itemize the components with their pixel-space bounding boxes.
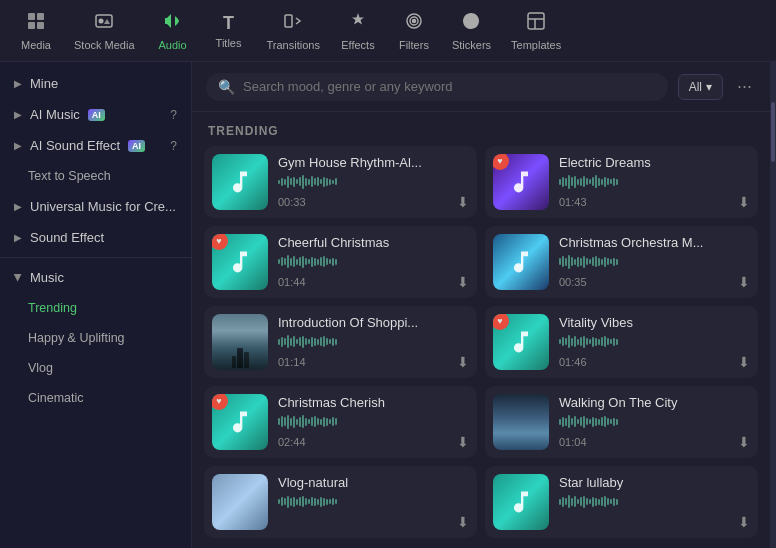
track-info-shopping: Introduction Of Shoppi... 01:14 ⬇ (278, 315, 469, 370)
templates-icon (526, 11, 546, 36)
download-cherish-icon[interactable]: ⬇ (457, 434, 469, 450)
filters-icon (404, 11, 424, 36)
track-meta-gym-house: 00:33 ⬇ (278, 194, 469, 210)
track-thumb-cheerful: ♥ (212, 234, 268, 290)
track-info-electric: Electric Dreams 01:43 ⬇ (559, 155, 750, 210)
track-title-shopping: Introduction Of Shoppi... (278, 315, 469, 330)
nav-titles-label: Titles (216, 37, 242, 49)
waveform-orchestra (559, 254, 750, 270)
track-meta-electric: 01:43 ⬇ (559, 194, 750, 210)
sidebar: ▶ Mine ▶ AI Music AI ? ▶ AI Sound Effect… (0, 62, 192, 548)
svg-rect-1 (37, 13, 44, 20)
sidebar-music-label: Music (30, 270, 64, 285)
more-options-button[interactable]: ··· (733, 72, 756, 101)
track-vlog-natural[interactable]: Vlog-natural ⬇ (204, 466, 477, 538)
download-electric-icon[interactable]: ⬇ (738, 194, 750, 210)
track-duration-cheerful: 01:44 (278, 276, 306, 288)
track-meta-star: ⬇ (559, 514, 750, 530)
sidebar-item-cinematic[interactable]: Cinematic (0, 383, 191, 413)
download-walking-icon[interactable]: ⬇ (738, 434, 750, 450)
track-gym-house[interactable]: Gym House Rhythm-Al... 00:33 ⬇ (204, 146, 477, 218)
track-thumb-vitality: ♥ (493, 314, 549, 370)
sidebar-item-trending[interactable]: Trending (0, 293, 191, 323)
nav-templates-label: Templates (511, 39, 561, 51)
sidebar-item-text-to-speech[interactable]: Text to Speech (0, 161, 191, 191)
track-duration-walking: 01:04 (559, 436, 587, 448)
track-info-star: Star lullaby ⬇ (559, 475, 750, 530)
music-note-thumb-icon (226, 408, 254, 436)
track-christmas-orchestra[interactable]: Christmas Orchestra M... 00:35 ⬇ (485, 226, 758, 298)
track-title-orchestra: Christmas Orchestra M... (559, 235, 750, 250)
search-bar: 🔍 All ▾ ··· (192, 62, 770, 112)
download-vitality-icon[interactable]: ⬇ (738, 354, 750, 370)
track-title-walking: Walking On The City (559, 395, 750, 410)
track-electric-dreams[interactable]: ♥ Electric Dreams 01:43 ⬇ (485, 146, 758, 218)
text-to-speech-label: Text to Speech (28, 169, 111, 183)
download-shopping-icon[interactable]: ⬇ (457, 354, 469, 370)
media-icon (26, 11, 46, 36)
sidebar-item-mine[interactable]: ▶ Mine (0, 68, 191, 99)
nav-audio[interactable]: Audio (145, 5, 201, 57)
track-star-lullaby[interactable]: Star lullaby ⬇ (485, 466, 758, 538)
track-christmas-cherish[interactable]: ♥ Christmas Cherish 02:44 ⬇ (204, 386, 477, 458)
search-input-wrap[interactable]: 🔍 (206, 73, 668, 101)
track-meta-cherish: 02:44 ⬇ (278, 434, 469, 450)
track-walking-city[interactable]: Walking On The City 01:04 ⬇ (485, 386, 758, 458)
track-thumb-vlog (212, 474, 268, 530)
sidebar-item-universal-music[interactable]: ▶ Universal Music for Cre... (0, 191, 191, 222)
download-orchestra-icon[interactable]: ⬇ (738, 274, 750, 290)
track-cheerful-christmas[interactable]: ♥ Cheerful Christmas 01:44 ⬇ (204, 226, 477, 298)
nav-templates[interactable]: Templates (501, 5, 571, 57)
track-thumb-gym-house (212, 154, 268, 210)
music-grid: Gym House Rhythm-Al... 00:33 ⬇ ♥ (192, 146, 770, 548)
nav-titles[interactable]: T Titles (201, 7, 257, 55)
sidebar-item-sound-effect[interactable]: ▶ Sound Effect (0, 222, 191, 253)
scroll-indicator[interactable] (770, 62, 776, 548)
track-info-walking: Walking On The City 01:04 ⬇ (559, 395, 750, 450)
stickers-icon (461, 11, 481, 36)
sidebar-item-music[interactable]: ▶ Music (0, 262, 191, 293)
track-meta-vlog: ⬇ (278, 514, 469, 530)
search-input[interactable] (243, 79, 656, 94)
sidebar-item-vlog[interactable]: Vlog (0, 353, 191, 383)
track-info-vlog: Vlog-natural ⬇ (278, 475, 469, 530)
download-cheerful-icon[interactable]: ⬇ (457, 274, 469, 290)
track-title-vlog: Vlog-natural (278, 475, 469, 490)
track-introduction-shopping[interactable]: Introduction Of Shoppi... 01:14 ⬇ (204, 306, 477, 378)
nav-stock-media[interactable]: Stock Media (64, 5, 145, 57)
nav-stickers-label: Stickers (452, 39, 491, 51)
track-title-star: Star lullaby (559, 475, 750, 490)
download-star-icon[interactable]: ⬇ (738, 514, 750, 530)
ai-music-help-icon[interactable]: ? (170, 108, 177, 122)
music-note-thumb-icon (226, 248, 254, 276)
nav-stickers[interactable]: Stickers (442, 5, 501, 57)
sidebar-item-ai-music[interactable]: ▶ AI Music AI ? (0, 99, 191, 130)
nav-transitions[interactable]: Transitions (257, 5, 330, 57)
download-vlog-icon[interactable]: ⬇ (457, 514, 469, 530)
ai-music-arrow: ▶ (14, 109, 22, 120)
sidebar-mine-label: Mine (30, 76, 58, 91)
track-info-orchestra: Christmas Orchestra M... 00:35 ⬇ (559, 235, 750, 290)
nav-effects[interactable]: Effects (330, 5, 386, 57)
track-duration-gym-house: 00:33 (278, 196, 306, 208)
filter-button[interactable]: All ▾ (678, 74, 723, 100)
nav-stock-media-label: Stock Media (74, 39, 135, 51)
transitions-icon (283, 11, 303, 36)
track-duration-cherish: 02:44 (278, 436, 306, 448)
nav-media[interactable]: Media (8, 5, 64, 57)
track-meta-cheerful: 01:44 ⬇ (278, 274, 469, 290)
ai-sound-help-icon[interactable]: ? (170, 139, 177, 153)
sound-effect-arrow: ▶ (14, 232, 22, 243)
waveform-cherish (278, 414, 469, 430)
nav-filters[interactable]: Filters (386, 5, 442, 57)
track-thumb-star (493, 474, 549, 530)
download-gym-house-icon[interactable]: ⬇ (457, 194, 469, 210)
track-meta-shopping: 01:14 ⬇ (278, 354, 469, 370)
track-duration-electric: 01:43 (559, 196, 587, 208)
track-vitality-vibes[interactable]: ♥ Vitality Vibes 01:46 ⬇ (485, 306, 758, 378)
happy-uplifting-label: Happy & Uplifting (28, 331, 125, 345)
main-content: ▶ Mine ▶ AI Music AI ? ▶ AI Sound Effect… (0, 62, 776, 548)
sidebar-item-ai-sound-effect[interactable]: ▶ AI Sound Effect AI ? (0, 130, 191, 161)
sidebar-item-happy-uplifting[interactable]: Happy & Uplifting (0, 323, 191, 353)
track-meta-orchestra: 00:35 ⬇ (559, 274, 750, 290)
